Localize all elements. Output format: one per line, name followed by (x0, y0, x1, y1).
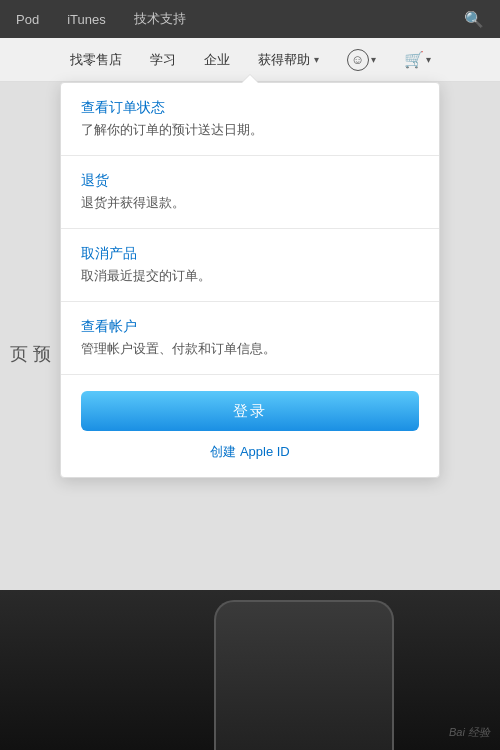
cancel-product-title: 取消产品 (81, 245, 419, 263)
top-nav-itunes[interactable]: iTunes (67, 12, 106, 27)
view-account-desc: 管理帐户设置、付款和订单信息。 (81, 340, 419, 358)
nav-enterprise[interactable]: 企业 (204, 51, 230, 69)
top-navigation: Pod iTunes 技术支持 🔍 (0, 0, 500, 38)
top-nav-tech-support[interactable]: 技术支持 (134, 10, 186, 28)
chevron-down-icon: ▾ (314, 54, 319, 65)
create-apple-id-link[interactable]: 创建 Apple ID (210, 443, 290, 461)
order-status-title: 查看订单状态 (81, 99, 419, 117)
dropdown-item-cancel-product[interactable]: 取消产品 取消最近提交的订单。 (61, 229, 439, 302)
login-button[interactable]: 登录 (81, 391, 419, 431)
nav-learning[interactable]: 学习 (150, 51, 176, 69)
page-label: 页 预 (10, 342, 51, 366)
dropdown-item-view-account[interactable]: 查看帐户 管理帐户设置、付款和订单信息。 (61, 302, 439, 375)
apple-id-label: Apple ID (240, 444, 290, 459)
returns-desc: 退货并获得退款。 (81, 194, 419, 212)
account-icon: ☺ (347, 49, 369, 71)
top-nav-pod[interactable]: Pod (16, 12, 39, 27)
dropdown-arrow (242, 75, 258, 83)
account-dropdown: 查看订单状态 了解你的订单的预计送达日期。 退货 退货并获得退款。 取消产品 取… (60, 82, 440, 478)
nav-find-store[interactable]: 找零售店 (70, 51, 122, 69)
device-image (214, 600, 394, 750)
account-menu-button[interactable]: ☺ ▾ (347, 49, 376, 71)
returns-title: 退货 (81, 172, 419, 190)
cart-chevron-icon: ▾ (426, 54, 431, 65)
search-icon[interactable]: 🔍 (464, 10, 484, 29)
nav-get-help[interactable]: 获得帮助 ▾ (258, 51, 319, 69)
dropdown-item-order-status[interactable]: 查看订单状态 了解你的订单的预计送达日期。 (61, 83, 439, 156)
watermark: Bai 经验 (449, 725, 490, 740)
cancel-product-desc: 取消最近提交的订单。 (81, 267, 419, 285)
top-nav-items: Pod iTunes 技术支持 (16, 10, 186, 28)
cart-button[interactable]: 🛒 ▾ (404, 50, 431, 69)
bottom-banner: Bai 经验 (0, 590, 500, 750)
dropdown-item-returns[interactable]: 退货 退货并获得退款。 (61, 156, 439, 229)
order-status-desc: 了解你的订单的预计送达日期。 (81, 121, 419, 139)
nav-get-help-label: 获得帮助 (258, 51, 310, 69)
dropdown-actions: 登录 创建 Apple ID (61, 375, 439, 477)
view-account-title: 查看帐户 (81, 318, 419, 336)
cart-icon: 🛒 (404, 50, 424, 69)
account-chevron-icon: ▾ (371, 54, 376, 65)
create-apple-id-prefix: 创建 (210, 444, 236, 459)
